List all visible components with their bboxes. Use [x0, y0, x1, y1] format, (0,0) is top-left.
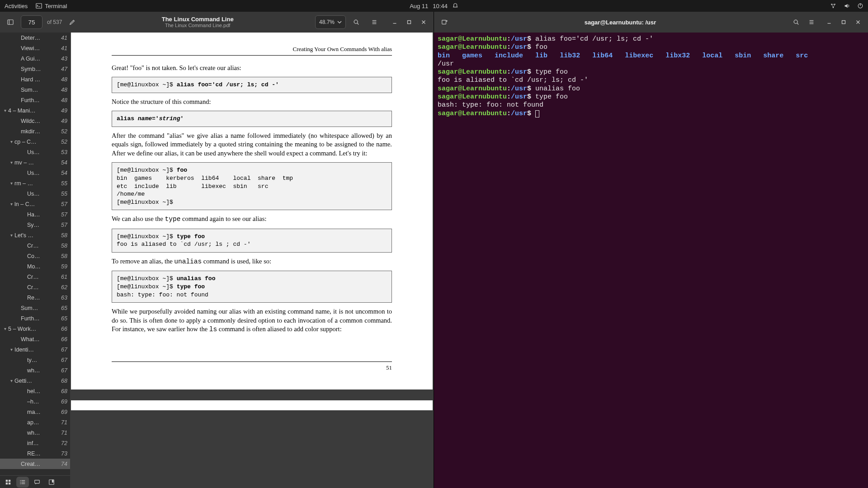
outline-item[interactable]: Ha…57	[0, 209, 70, 220]
terminal-output[interactable]: sagar@Learnubuntu:/usr$ alias foo='cd /u…	[434, 33, 868, 488]
outline-item[interactable]: Furth…65	[0, 313, 70, 324]
outline-page-number: 48	[61, 97, 67, 103]
outline-item[interactable]: Viewi…41	[0, 43, 70, 53]
outline-label: Us…	[27, 170, 59, 176]
outline-item[interactable]: mkdir…52	[0, 126, 70, 136]
outline-item[interactable]: Sum…48	[0, 84, 70, 95]
outline-item[interactable]: Cr…61	[0, 272, 70, 282]
topbar-clock[interactable]: Aug 11 10:44	[410, 3, 458, 9]
terminal-title: sagar@Learnubuntu: /usr	[452, 19, 788, 26]
outline-label: What…	[21, 336, 59, 343]
outline-item[interactable]: Cr…58	[0, 240, 70, 251]
outline-item[interactable]: ▾5 – Work…66	[0, 324, 70, 334]
topbar-system-menu[interactable]	[830, 3, 863, 9]
outline-item[interactable]: ▾ln – C…57	[0, 199, 70, 209]
topbar-app-indicator[interactable]: Terminal	[36, 3, 67, 9]
minimize-button[interactable]	[822, 15, 836, 29]
outline-item[interactable]: Hard …48	[0, 74, 70, 84]
body-text: Great! "foo" is not taken. So let's crea…	[112, 64, 392, 73]
annotations-view-button[interactable]	[31, 477, 43, 488]
sidebar-toggle-button[interactable]	[3, 14, 18, 30]
svg-rect-40	[842, 21, 845, 24]
svg-rect-15	[408, 21, 411, 24]
svg-rect-20	[6, 482, 8, 484]
outline-item[interactable]: ▾Let's …58	[0, 230, 70, 240]
power-icon	[857, 3, 863, 9]
close-icon	[420, 19, 427, 25]
outline-page-number: 61	[61, 274, 67, 280]
minimize-button[interactable]	[387, 15, 402, 29]
close-button[interactable]	[416, 15, 431, 29]
hamburger-menu-button[interactable]	[804, 14, 819, 30]
outline-label: mkdir…	[21, 128, 59, 135]
outline-item[interactable]: Cr…62	[0, 282, 70, 292]
outline-item[interactable]: inf…72	[0, 438, 70, 448]
outline-item[interactable]: ▾Identi…67	[0, 344, 70, 355]
outline-caret: ▾	[8, 160, 14, 165]
page-number-input[interactable]	[21, 15, 42, 29]
outline-page-number: 48	[61, 76, 67, 83]
zoom-selector[interactable]: 48.7%	[315, 15, 346, 29]
search-button[interactable]	[788, 14, 804, 30]
outline-item[interactable]: Us…53	[0, 147, 70, 157]
outline-item[interactable]: ▾rm – …55	[0, 178, 70, 188]
outline-item[interactable]: ap…71	[0, 417, 70, 427]
new-tab-button[interactable]	[437, 14, 452, 30]
activities-button[interactable]: Activities	[5, 3, 28, 9]
outline-page-number: 71	[61, 430, 67, 436]
outline-item[interactable]: Mo…59	[0, 261, 70, 272]
outline-page-number: 54	[61, 160, 67, 166]
outline-item[interactable]: ▾mv – …54	[0, 157, 70, 168]
pdf-page-viewport[interactable]: Creating Your Own Commands With alias Gr…	[70, 33, 434, 488]
outline-item[interactable]: –h…69	[0, 396, 70, 407]
outline-label: rm – …	[14, 180, 59, 187]
maximize-button[interactable]	[836, 15, 851, 29]
outline-view-button[interactable]	[16, 477, 29, 488]
outline-item[interactable]: Us…54	[0, 168, 70, 178]
outline-label: mv – …	[14, 160, 59, 166]
search-button[interactable]	[349, 14, 364, 30]
bookmarks-view-button[interactable]	[45, 477, 58, 488]
outline-item[interactable]: hel…68	[0, 386, 70, 396]
outline-item[interactable]: Co…58	[0, 251, 70, 261]
outline-item[interactable]: Sum…65	[0, 303, 70, 313]
edit-annotate-button[interactable]	[65, 14, 80, 30]
outline-page-number: 58	[61, 232, 67, 239]
outline-item[interactable]: What…66	[0, 334, 70, 344]
outline-item[interactable]: ▾Getti…68	[0, 375, 70, 386]
outline-page-number: 52	[61, 128, 67, 135]
pdf-viewer-window: of 537 The Linux Command Line The Linux …	[0, 12, 434, 488]
outline-item[interactable]: A Gui…43	[0, 53, 70, 64]
outline-item[interactable]: Creat…74	[0, 459, 70, 469]
outline-label: inf…	[27, 440, 59, 446]
outline-item[interactable]: RE…73	[0, 448, 70, 459]
outline-item[interactable]: wh…67	[0, 365, 70, 375]
body-text: While we purposefully avoided naming our…	[112, 307, 392, 334]
outline-label: ln – C…	[14, 201, 59, 207]
outline-item[interactable]: Wildc…49	[0, 116, 70, 126]
outline-item[interactable]: Furth…48	[0, 95, 70, 105]
hamburger-menu-button[interactable]	[367, 14, 382, 30]
next-page-peek	[71, 400, 433, 410]
outline-item[interactable]: ty…67	[0, 355, 70, 365]
outline-page-number: 48	[61, 87, 67, 93]
chevron-down-icon	[337, 20, 342, 24]
pdf-outline-sidebar[interactable]: Deter…41Viewi…41A Gui…43Symb…47Hard …48S…	[0, 33, 70, 475]
outline-page-number: 43	[61, 56, 67, 62]
thumbnails-view-button[interactable]	[2, 477, 14, 488]
outline-item[interactable]: wh…71	[0, 427, 70, 438]
outline-caret: ▾	[2, 108, 8, 113]
outline-page-number: 65	[61, 305, 67, 311]
outline-label: Re…	[27, 295, 59, 301]
close-button[interactable]	[851, 15, 865, 29]
outline-item[interactable]: Us…55	[0, 188, 70, 199]
outline-item[interactable]: ▾cp – C…52	[0, 136, 70, 147]
outline-page-number: 68	[61, 378, 67, 384]
outline-item[interactable]: Sy…57	[0, 220, 70, 230]
outline-item[interactable]: ▾4 – Mani…49	[0, 105, 70, 116]
outline-item[interactable]: Re…63	[0, 292, 70, 303]
outline-item[interactable]: Symb…47	[0, 64, 70, 74]
outline-item[interactable]: ma…69	[0, 407, 70, 417]
outline-item[interactable]: Deter…41	[0, 33, 70, 43]
maximize-button[interactable]	[402, 15, 416, 29]
